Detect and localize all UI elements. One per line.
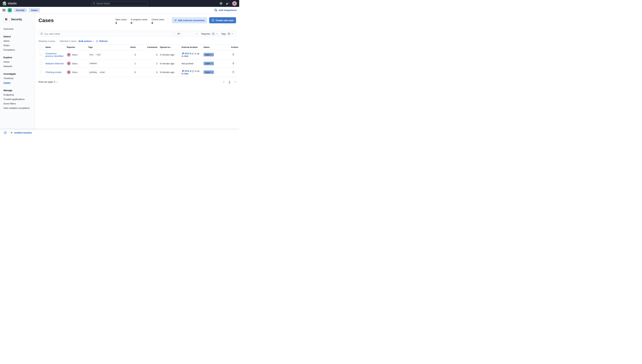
edit-external-connection-label: Edit external connection bbox=[178, 19, 205, 22]
sidebar-section-detect: Detect bbox=[4, 34, 32, 39]
space-badge[interactable]: D bbox=[8, 8, 12, 12]
external-incident-cell: NTA-3 is up to date bbox=[180, 50, 202, 60]
sidebar-section-manage: Manage bbox=[4, 88, 32, 92]
refresh-button[interactable]: Refresh bbox=[96, 40, 108, 42]
column-header-name[interactable]: Name bbox=[44, 44, 66, 50]
delete-case-button[interactable] bbox=[232, 53, 235, 56]
external-incident-link[interactable]: NTA-3 bbox=[185, 52, 191, 55]
case-name-link[interactable]: Malware detected bbox=[46, 62, 64, 65]
global-search[interactable] bbox=[91, 1, 148, 6]
row-checkbox[interactable] bbox=[40, 62, 42, 64]
column-header-alerts[interactable]: Alerts bbox=[122, 44, 137, 50]
user-avatar[interactable]: D bbox=[232, 1, 237, 6]
sidebar-item-hosts[interactable]: Hosts bbox=[4, 60, 32, 64]
case-search[interactable] bbox=[39, 31, 172, 37]
chevron-down-icon bbox=[211, 54, 212, 55]
row-checkbox[interactable] bbox=[40, 71, 42, 73]
sidebar-item-trusted-applications[interactable]: Trusted applications bbox=[4, 97, 32, 101]
sidebar-item-endpoints[interactable]: Endpoints bbox=[4, 92, 32, 97]
menu-toggle-button[interactable] bbox=[3, 9, 6, 12]
external-link-icon bbox=[192, 70, 194, 72]
sidebar-item-timelines[interactable]: Timelines bbox=[4, 76, 32, 80]
life-ring-icon bbox=[219, 2, 222, 5]
sidebar-title: Security bbox=[11, 18, 22, 21]
case-filters: All Reporter 1 Tags 5 bbox=[39, 31, 236, 37]
opened-on: 6 minutes ago bbox=[159, 60, 180, 68]
external-link-icon bbox=[192, 53, 194, 55]
page-number-1[interactable]: 1 bbox=[228, 80, 230, 83]
tag-badge: malware bbox=[88, 62, 98, 65]
reporter-name: Docs bbox=[72, 71, 77, 74]
sidebar-item-overview[interactable]: Overview bbox=[4, 27, 32, 31]
alerts-count: 0 bbox=[122, 68, 137, 77]
column-header-reporter: Reporter bbox=[66, 44, 87, 50]
case-name-link[interactable]: Suspicious process identified bbox=[46, 52, 63, 57]
breadcrumb-cases[interactable]: Cases bbox=[28, 8, 40, 12]
external-incident-cell: Not pushed bbox=[180, 60, 202, 68]
status-dropdown[interactable]: Open bbox=[203, 53, 214, 56]
rows-per-page-label: Rows per page: 5 bbox=[39, 81, 55, 83]
edit-external-connection-button[interactable]: Edit external connection bbox=[172, 17, 207, 23]
reporter-name: Docs bbox=[72, 62, 77, 65]
chevron-down-icon bbox=[56, 81, 58, 82]
stat-closed-value: 0 bbox=[152, 22, 164, 25]
add-integrations-label: Add integrations bbox=[219, 9, 237, 12]
alerts-count: 0 bbox=[122, 50, 137, 60]
stat-open-value: 3 bbox=[115, 22, 127, 25]
rows-per-page-button[interactable]: Rows per page: 5 bbox=[39, 81, 58, 83]
sidebar-item-host-isolation-exceptions[interactable]: Host isolation exceptions bbox=[4, 106, 32, 110]
timeline-status-dot bbox=[11, 132, 12, 134]
reporter-filter-label: Reporter bbox=[201, 32, 210, 35]
whats-new-button[interactable] bbox=[226, 2, 229, 5]
next-page-button[interactable] bbox=[234, 81, 235, 82]
sidebar-item-rules[interactable]: Rules bbox=[4, 43, 32, 48]
global-search-input[interactable] bbox=[96, 2, 146, 5]
status-filter-select[interactable]: All bbox=[174, 31, 199, 37]
trash-icon bbox=[232, 71, 234, 73]
sidebar-item-exceptions[interactable]: Exceptions bbox=[4, 48, 32, 52]
case-name-link[interactable]: Phishing emails bbox=[46, 71, 62, 74]
case-stats: Open cases 3 In progress cases 0 Closed … bbox=[115, 17, 164, 25]
topbar-actions: D bbox=[219, 1, 237, 6]
row-checkbox[interactable] bbox=[40, 53, 42, 56]
breadcrumb: Security Cases bbox=[14, 8, 40, 12]
help-button[interactable] bbox=[219, 2, 222, 5]
external-incident-cell: NTA-2 is up to date bbox=[180, 68, 202, 77]
untitled-timeline-button[interactable]: Untitled timeline bbox=[11, 132, 32, 134]
comments-count: 2 bbox=[137, 60, 159, 68]
tag-badge: phishing bbox=[88, 71, 98, 74]
plus-circle-icon bbox=[4, 131, 7, 134]
external-incident-link[interactable]: NTA-2 bbox=[185, 70, 191, 72]
reporter-avatar: D bbox=[67, 70, 71, 74]
select-all-checkbox[interactable] bbox=[40, 46, 42, 48]
brand-name: elastic bbox=[8, 2, 17, 5]
status-dropdown[interactable]: Open bbox=[203, 70, 214, 74]
chevron-down-icon bbox=[232, 33, 233, 34]
tags-filter-button[interactable]: Tags 5 bbox=[218, 31, 236, 36]
breadcrumb-security[interactable]: Security bbox=[14, 8, 28, 12]
create-new-case-button[interactable]: Create new case bbox=[209, 17, 236, 23]
column-header-opened-on[interactable]: Opened on ↓ bbox=[159, 44, 180, 50]
sidebar-item-network[interactable]: Network bbox=[4, 64, 32, 68]
delete-case-button[interactable] bbox=[232, 70, 235, 74]
alerts-count: 1 bbox=[122, 60, 137, 68]
column-header-external-incident: External Incident bbox=[180, 44, 202, 50]
case-search-input[interactable] bbox=[44, 32, 170, 35]
sidebar-item-alerts[interactable]: Alerts bbox=[4, 39, 32, 43]
search-icon bbox=[41, 32, 43, 35]
column-header-comments[interactable]: Comments bbox=[137, 44, 159, 50]
chevron-down-icon bbox=[196, 33, 197, 34]
add-integrations-button[interactable]: Add integrations bbox=[214, 9, 237, 12]
delete-case-button[interactable] bbox=[232, 62, 235, 65]
bulk-actions-button[interactable]: Bulk actions bbox=[79, 40, 94, 42]
sidebar-item-event-filters[interactable]: Event filters bbox=[4, 101, 32, 106]
reporter-filter-button[interactable]: Reporter 1 bbox=[200, 31, 218, 36]
connector-icon bbox=[182, 70, 184, 72]
previous-page-button[interactable] bbox=[223, 81, 225, 82]
cases-page: Cases Open cases 3 In progress cases 0 C… bbox=[35, 14, 239, 136]
status-dropdown[interactable]: Open bbox=[203, 62, 214, 65]
chevron-right-icon bbox=[234, 81, 236, 83]
table-footer: Rows per page: 5 1 bbox=[39, 80, 236, 83]
add-timeline-button[interactable] bbox=[4, 131, 7, 134]
sidebar-item-cases[interactable]: Cases bbox=[4, 80, 32, 85]
